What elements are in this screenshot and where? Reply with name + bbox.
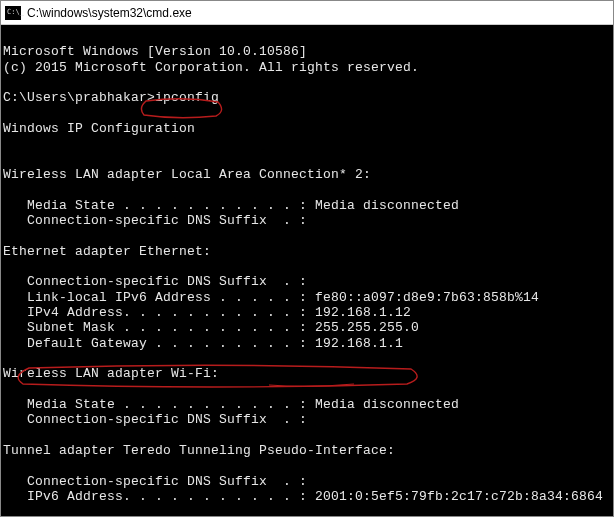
command-ipconfig: ipconfig	[155, 90, 219, 105]
line: Tunnel adapter Teredo Tunneling Pseudo-I…	[3, 443, 395, 458]
line: Connection-specific DNS Suffix . :	[3, 213, 307, 228]
line: Microsoft Windows [Version 10.0.10586]	[3, 44, 307, 59]
line: Ethernet adapter Ethernet:	[3, 244, 211, 259]
line: Connection-specific DNS Suffix . :	[3, 274, 307, 289]
line: Connection-specific DNS Suffix . :	[3, 412, 307, 427]
annotation-ipconfig-circle	[138, 67, 228, 150]
line: Link-local IPv6 Address . . . . . : fe80…	[3, 290, 539, 305]
line-gateway-label: Default Gateway . . . . . . . . . :	[3, 336, 315, 351]
line: Media State . . . . . . . . . . . : Medi…	[3, 198, 459, 213]
line: IPv6 Address. . . . . . . . . . . : 2001…	[3, 489, 603, 504]
line-gateway-value: 192.168.1.1	[315, 336, 403, 351]
window-title: C:\windows\system32\cmd.exe	[27, 6, 192, 20]
line: Wireless LAN adapter Local Area Connecti…	[3, 167, 371, 182]
line: (c) 2015 Microsoft Corporation. All righ…	[3, 60, 419, 75]
window-title-bar[interactable]: C:\windows\system32\cmd.exe	[1, 1, 613, 25]
cmd-icon	[5, 6, 21, 20]
line: Wireless LAN adapter Wi-Fi:	[3, 366, 219, 381]
line: Media State . . . . . . . . . . . : Medi…	[3, 397, 459, 412]
line: Connection-specific DNS Suffix . :	[3, 474, 307, 489]
terminal-output[interactable]: Microsoft Windows [Version 10.0.10586] (…	[1, 25, 613, 517]
line: IPv4 Address. . . . . . . . . . . : 192.…	[3, 305, 411, 320]
prompt: C:\Users\prabhakar>	[3, 90, 155, 105]
line: Windows IP Configuration	[3, 121, 195, 136]
line: Subnet Mask . . . . . . . . . . . : 255.…	[3, 320, 419, 335]
